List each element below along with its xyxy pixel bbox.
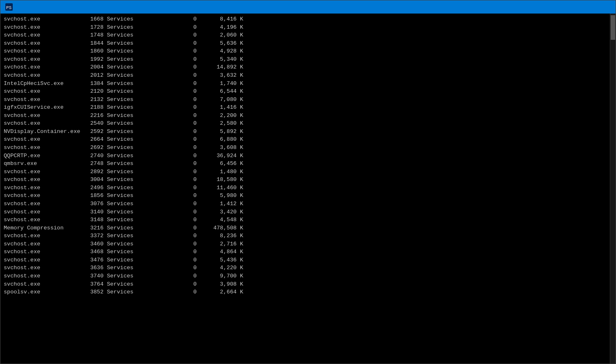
powershell-window: PS svchost.exe 1668 Services 0 8,416 Ksv…: [0, 0, 616, 364]
title-bar: PS: [0, 0, 616, 14]
table-row: svchost.exe 2120 Services 0 6,544 K: [4, 87, 607, 96]
table-row: svchost.exe 2892 Services 0 1,480 K: [4, 168, 607, 176]
table-row: svchost.exe 2012 Services 0 3,632 K: [4, 71, 607, 80]
table-row: svchost.exe 2692 Services 0 3,608 K: [4, 144, 607, 152]
terminal-output[interactable]: svchost.exe 1668 Services 0 8,416 Ksvcho…: [0, 14, 610, 364]
close-button[interactable]: [592, 0, 611, 14]
table-row: NVDisplay.Container.exe 2592 Services 0 …: [4, 128, 607, 136]
table-row: svchost.exe 3740 Services 0 9,700 K: [4, 272, 607, 280]
svg-text:PS: PS: [6, 5, 12, 10]
table-row: svchost.exe 1856 Services 0 5,980 K: [4, 192, 607, 200]
table-row: svchost.exe 1728 Services 0 4,196 K: [4, 23, 607, 32]
powershell-icon: PS: [5, 3, 13, 11]
table-row: svchost.exe 3764 Services 0 3,908 K: [4, 280, 607, 288]
table-row: spoolsv.exe 3852 Services 0 2,664 K: [4, 288, 607, 296]
table-row: svchost.exe 3372 Services 0 8,236 K: [4, 232, 607, 240]
scrollbar-thumb[interactable]: [611, 15, 615, 40]
table-row: IntelCpHeciSvc.exe 1384 Services 0 1,740…: [4, 80, 607, 88]
table-row: svchost.exe 3468 Services 0 4,864 K: [4, 248, 607, 256]
table-row: svchost.exe 2540 Services 0 2,580 K: [4, 119, 607, 128]
table-row: svchost.exe 3004 Services 0 18,580 K: [4, 176, 607, 184]
scrollbar[interactable]: [610, 14, 616, 364]
table-row: svchost.exe 2132 Services 0 7,080 K: [4, 96, 607, 104]
table-row: svchost.exe 3148 Services 0 4,548 K: [4, 216, 607, 224]
table-row: QQPCRTP.exe 2740 Services 0 36,924 K: [4, 152, 607, 160]
window-controls: [554, 0, 611, 14]
table-row: svchost.exe 3476 Services 0 5,436 K: [4, 256, 607, 264]
table-row: qmbsrv.exe 2748 Services 0 6,456 K: [4, 160, 607, 168]
table-row: svchost.exe 3636 Services 0 4,220 K: [4, 264, 607, 272]
table-row: igfxCUIService.exe 2188 Services 0 1,416…: [4, 103, 607, 112]
table-row: svchost.exe 2004 Services 0 14,892 K: [4, 63, 607, 71]
maximize-button[interactable]: [573, 0, 592, 14]
table-row: svchost.exe 2216 Services 0 2,200 K: [4, 112, 607, 120]
table-row: Memory Compression 3216 Services 0 478,5…: [4, 224, 607, 232]
table-row: svchost.exe 1844 Services 0 5,636 K: [4, 39, 607, 48]
table-row: svchost.exe 1668 Services 0 8,416 K: [4, 15, 607, 23]
table-row: svchost.exe 2664 Services 0 6,880 K: [4, 135, 607, 144]
table-row: svchost.exe 1992 Services 0 5,340 K: [4, 55, 607, 64]
table-row: svchost.exe 3076 Services 0 1,412 K: [4, 200, 607, 208]
terminal-area: svchost.exe 1668 Services 0 8,416 Ksvcho…: [0, 14, 616, 364]
table-row: svchost.exe 2496 Services 0 11,460 K: [4, 184, 607, 192]
minimize-button[interactable]: [554, 0, 573, 14]
table-row: svchost.exe 3140 Services 0 3,420 K: [4, 208, 607, 216]
table-row: svchost.exe 1860 Services 0 4,928 K: [4, 47, 607, 55]
table-row: svchost.exe 1748 Services 0 2,060 K: [4, 31, 607, 39]
table-row: svchost.exe 3460 Services 0 2,716 K: [4, 240, 607, 248]
